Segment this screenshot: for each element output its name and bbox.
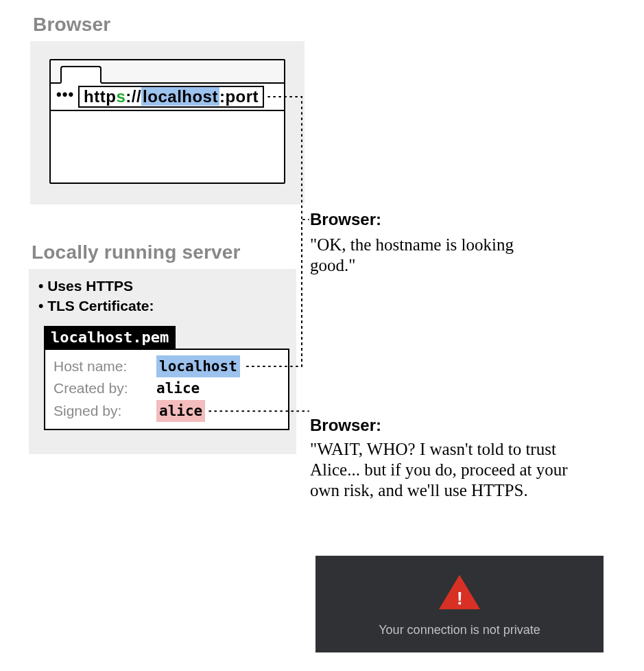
address-bar[interactable]: https://localhost:port — [78, 86, 264, 108]
browser-tab[interactable] — [60, 66, 102, 84]
url-scheme-http: http — [84, 87, 116, 106]
warning-triangle-icon — [439, 575, 480, 609]
cert-details-box: Host name: localhost Created by: alice S… — [44, 349, 289, 431]
browser-viewport — [51, 111, 284, 183]
toolbar-menu-icon[interactable]: ••• — [56, 95, 74, 99]
server-panel: Uses HTTPS TLS Certificate: localhost.pe… — [29, 269, 296, 454]
url-port: :port — [219, 87, 259, 106]
cert-signedby-label: Signed by: — [53, 400, 150, 423]
annotation-signedby-warn-speaker: Browser: — [310, 416, 598, 435]
cert-hostname-label: Host name: — [53, 355, 150, 378]
cert-createdby-label: Created by: — [53, 377, 150, 400]
annotation-hostname-ok: Browser: "OK, the hostname is looking go… — [310, 210, 516, 276]
cert-filename-tab: localhost.pem — [44, 326, 176, 349]
dotted-line-hostname-to-annotation — [302, 220, 309, 366]
browser-window: ••• https://localhost:port — [49, 59, 285, 184]
cert-signedby-value: alice — [156, 400, 205, 423]
url-separator: :// — [126, 87, 141, 106]
annotation-hostname-ok-speaker: Browser: — [310, 210, 516, 229]
annotation-signedby-warn-quote: "WAIT, WHO? I wasn't told to trust Alice… — [310, 439, 598, 501]
browser-section-title: Browser — [33, 14, 110, 36]
server-features-list: Uses HTTPS TLS Certificate: — [38, 276, 296, 316]
url-host: localhost — [141, 87, 219, 106]
annotation-hostname-ok-quote: "OK, the hostname is looking good." — [310, 235, 516, 276]
url-scheme-s: s — [116, 87, 126, 106]
annotation-signedby-warn: Browser: "WAIT, WHO? I wasn't told to tr… — [310, 416, 598, 501]
ssl-warning-box: Your connection is not private — [315, 556, 604, 652]
browser-tabbar — [51, 60, 284, 84]
server-uses-https: Uses HTTPS — [38, 276, 296, 296]
server-section-title: Locally running server — [32, 242, 241, 263]
cert-hostname-value: localhost — [156, 355, 240, 378]
server-tls-cert: TLS Certificate: — [38, 296, 296, 316]
cert-createdby-value: alice — [156, 377, 200, 400]
ssl-warning-text: Your connection is not private — [329, 623, 590, 637]
browser-toolbar: ••• https://localhost:port — [51, 84, 284, 111]
